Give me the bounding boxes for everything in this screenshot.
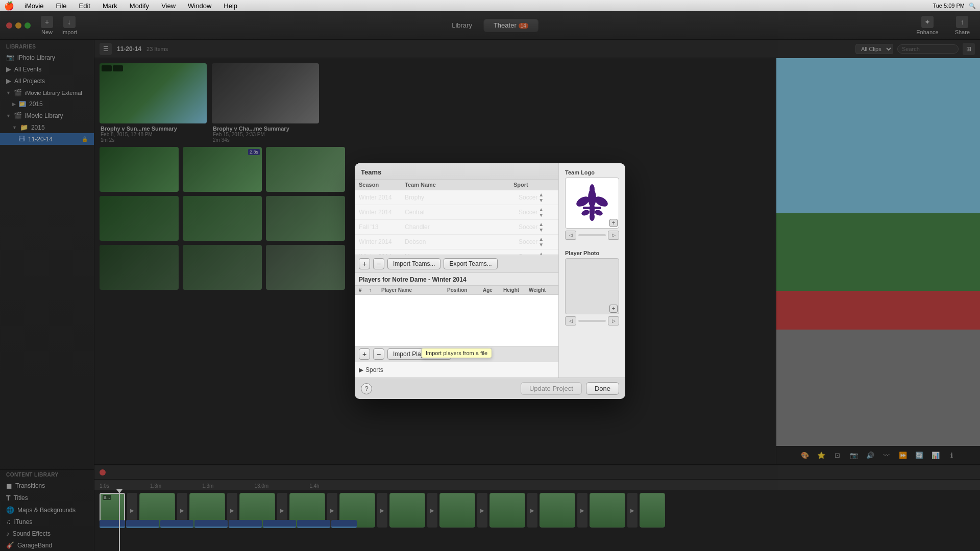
players-table-header: # ↑ Player Name Position Age Height Weig… (355, 286, 558, 295)
team-logo-section: Team Logo (565, 169, 619, 240)
teams-table-body: Winter 2014 Brophy Soccer▲▼ Winter 2014 … (355, 190, 558, 255)
team-sport: Soccer▲▼ (519, 207, 554, 218)
team-season: Winter 2014 (359, 194, 405, 201)
add-team-button[interactable]: + (359, 258, 370, 269)
table-row[interactable]: Winter 2014 Dobson Soccer▲▼ (355, 235, 558, 249)
col-height: Height (503, 287, 529, 293)
player-photo-section: Player Photo + ◁ ▷ (565, 250, 619, 325)
menu-window[interactable]: Window (186, 2, 213, 10)
sports-section: ▶ Sports (355, 362, 558, 378)
dialog-bottom: ? Update Project Done (355, 378, 625, 399)
team-name: Central (405, 209, 519, 216)
sport-arrows[interactable]: ▲▼ (538, 192, 544, 203)
table-row[interactable]: Fall '13 Chandler Soccer▲▼ (355, 220, 558, 235)
team-logo-title: Team Logo (565, 169, 619, 176)
photo-controls: ◁ ▷ (565, 316, 619, 325)
svg-point-6 (590, 213, 595, 221)
col-team-name: Team Name (405, 182, 513, 188)
search-icon[interactable]: 🔍 (969, 3, 976, 9)
menu-help[interactable]: Help (222, 2, 239, 10)
team-name: Brophy (405, 194, 519, 201)
apple-menu[interactable]: 🍎 (4, 1, 14, 11)
add-player-button[interactable]: + (359, 348, 370, 360)
fleur-de-lis-icon (572, 180, 612, 226)
col-season: Season (359, 182, 405, 188)
time-display: Tue 5:09 PM (933, 3, 965, 9)
col-player-name: Player Name (381, 287, 447, 293)
help-button[interactable]: ? (361, 383, 372, 394)
svg-point-3 (590, 184, 595, 194)
done-button[interactable]: Done (586, 382, 619, 395)
menu-modify[interactable]: Modify (128, 2, 151, 10)
update-project-button[interactable]: Update Project (521, 382, 582, 395)
team-sport: Soccer▲▼ (519, 236, 554, 247)
photo-slider[interactable] (578, 320, 606, 322)
team-season: Winter 2014 (359, 209, 405, 216)
col-weight: Weight (529, 287, 554, 293)
teams-btn-row: + − Import Teams... Export Teams... (355, 255, 558, 272)
table-row[interactable]: Winter 2014 Brophy Soccer▲▼ (355, 190, 558, 205)
teams-table-header: Season Team Name Sport (355, 180, 558, 190)
team-logo-box: + (565, 178, 619, 229)
photo-ctrl-left[interactable]: ◁ (565, 316, 576, 325)
col-num: # (359, 287, 369, 293)
sport-arrows[interactable]: ▲▼ (538, 251, 544, 255)
svg-point-7 (581, 209, 590, 217)
add-photo-button[interactable]: + (609, 305, 618, 313)
import-teams-button[interactable]: Import Teams... (387, 258, 440, 269)
col-arrow: ↑ (369, 287, 381, 293)
team-sport: Soccer▲▼ (519, 221, 554, 233)
col-sport: Sport (513, 182, 554, 188)
add-logo-button[interactable]: + (609, 219, 618, 227)
menu-imovie[interactable]: iMovie (22, 2, 46, 10)
svg-point-8 (594, 209, 603, 217)
remove-player-button[interactable]: − (373, 348, 384, 360)
dialog-overlay: Teams Season Team Name Sport Winter 2014… (0, 11, 980, 551)
sports-expand-arrow: ▶ (359, 366, 363, 373)
players-header: Players for Notre Dame - Winter 2014 (355, 273, 558, 286)
logo-ctrl-right[interactable]: ▷ (608, 231, 619, 240)
col-age: Age (483, 287, 503, 293)
menubar-right: Tue 5:09 PM 🔍 (933, 3, 976, 9)
team-season: Fall '13 (359, 223, 405, 231)
export-teams-button[interactable]: Export Teams... (444, 258, 497, 269)
table-row[interactable]: Winter 2014 Mesa Soccer▲▼ (355, 249, 558, 255)
dialog-inner: Teams Season Team Name Sport Winter 2014… (355, 163, 625, 378)
menu-mark[interactable]: Mark (101, 2, 119, 10)
team-name: Chandler (405, 223, 519, 231)
svg-rect-5 (583, 207, 601, 209)
col-position: Position (447, 287, 483, 293)
photo-ctrl-right[interactable]: ▷ (608, 316, 619, 325)
player-photo-title: Player Photo (565, 250, 619, 256)
dialog-right: Team Logo (559, 163, 625, 378)
players-table-body (355, 295, 558, 346)
teams-section-title: Teams (355, 163, 558, 180)
logo-slider[interactable] (578, 234, 606, 236)
team-sport: Soccer▲▼ (519, 251, 554, 255)
dialog-left: Teams Season Team Name Sport Winter 2014… (355, 163, 559, 378)
sport-arrows[interactable]: ▲▼ (538, 221, 544, 233)
team-sport: Soccer▲▼ (519, 192, 554, 203)
team-name: Dobson (405, 238, 519, 245)
sports-label: Sports (365, 366, 383, 373)
sport-arrows[interactable]: ▲▼ (538, 236, 544, 247)
logo-controls: ◁ ▷ (565, 231, 619, 240)
player-photo-box: + (565, 258, 619, 314)
menu-view[interactable]: View (159, 2, 178, 10)
sport-arrows[interactable]: ▲▼ (538, 207, 544, 218)
teams-dialog: Teams Season Team Name Sport Winter 2014… (355, 163, 625, 399)
menubar: 🍎 iMovie File Edit Mark Modify View Wind… (0, 0, 980, 11)
remove-team-button[interactable]: − (373, 258, 384, 269)
table-row[interactable]: Winter 2014 Central Soccer▲▼ (355, 205, 558, 220)
team-season: Winter 2014 (359, 238, 405, 245)
menu-edit[interactable]: Edit (77, 2, 92, 10)
menu-file[interactable]: File (54, 2, 69, 10)
import-players-tooltip: Import players from a file (421, 348, 492, 358)
sports-accordion-item[interactable]: ▶ Sports (359, 365, 554, 374)
logo-ctrl-left[interactable]: ◁ (565, 231, 576, 240)
